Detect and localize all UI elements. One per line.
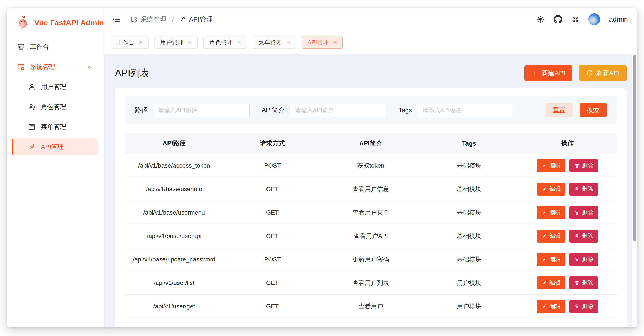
cell-actions: 编辑 删除: [518, 300, 616, 313]
trash-icon: [574, 280, 580, 286]
reset-button[interactable]: 重置: [546, 103, 572, 117]
sidebar-item-users[interactable]: 用户管理: [13, 78, 98, 95]
trash-icon: [574, 304, 580, 309]
edit-button[interactable]: 编辑: [537, 276, 566, 290]
page-title: API列表: [115, 67, 150, 80]
tab-label: 菜单管理: [258, 38, 282, 46]
sidebar-item-label: 菜单管理: [41, 123, 66, 131]
cell-method: GET: [224, 280, 322, 286]
tab-label: API管理: [308, 38, 329, 46]
edit-button[interactable]: 编辑: [537, 253, 566, 266]
breadcrumb-label: API管理: [189, 15, 212, 24]
button-label: 删除: [582, 232, 593, 240]
cell-summary: 更新用户密码: [322, 255, 420, 264]
delete-button[interactable]: 删除: [569, 206, 598, 219]
cell-method: GET: [224, 209, 322, 216]
tab-menus[interactable]: 菜单管理 ×: [252, 36, 296, 49]
github-icon: [554, 15, 562, 24]
chick-mascot-icon: [16, 16, 30, 29]
username[interactable]: admin: [609, 15, 628, 23]
close-icon[interactable]: ×: [333, 39, 337, 46]
github-button[interactable]: [554, 15, 562, 24]
refresh-icon: [586, 70, 593, 76]
path-input[interactable]: [153, 103, 250, 117]
tab-roles[interactable]: 角色管理 ×: [203, 36, 247, 49]
avatar[interactable]: [588, 13, 600, 25]
table-row: /api/v1/base/update_password POST 更新用户密码…: [125, 248, 616, 271]
tab-users[interactable]: 用户管理 ×: [154, 36, 198, 49]
delete-button[interactable]: 删除: [569, 253, 598, 266]
button-label: 删除: [582, 185, 593, 193]
page-actions: 新建API 刷新API: [524, 65, 626, 81]
summary-label: API简介: [262, 106, 284, 115]
pencil-icon: [542, 186, 547, 192]
column-actions: 操作: [518, 139, 616, 148]
person-icon: [28, 83, 36, 91]
tags-input[interactable]: [418, 103, 514, 117]
button-label: 新建API: [542, 69, 565, 78]
filter-path: 路径: [135, 103, 250, 117]
content-area: API列表 新建API 刷新API: [104, 54, 638, 327]
search-button[interactable]: 搜索: [580, 103, 606, 117]
sidebar-menu: 工作台 系统管理 用户管理: [6, 37, 104, 157]
sidebar-item-roles[interactable]: 角色管理: [13, 98, 98, 115]
cell-method: GET: [224, 303, 322, 310]
cell-actions: 编辑 删除: [518, 276, 616, 290]
collapse-sidebar-button[interactable]: [112, 15, 121, 24]
sidebar-item-api[interactable]: API管理: [13, 139, 98, 156]
breadcrumb-system[interactable]: 系统管理: [131, 15, 166, 24]
delete-button[interactable]: 删除: [569, 159, 598, 172]
close-icon[interactable]: ×: [237, 39, 241, 46]
tab-workbench[interactable]: 工作台 ×: [111, 36, 149, 49]
button-label: 删除: [582, 256, 593, 263]
cell-path: /api/v1/base/userinfo: [125, 186, 224, 192]
summary-input[interactable]: [290, 103, 386, 117]
fullscreen-button[interactable]: [571, 15, 580, 24]
plus-icon: [532, 70, 538, 76]
table-row: /api/v1/base/userinfo GET 查看用户信息 基础模块 编辑…: [125, 177, 616, 201]
scrollbar-thumb[interactable]: [633, 55, 636, 241]
cell-tags: 用户模块: [420, 302, 518, 311]
edit-button[interactable]: 编辑: [537, 206, 566, 219]
cell-actions: 编辑 删除: [518, 159, 616, 172]
pencil-icon: [542, 280, 547, 286]
logo[interactable]: Vue FastAPI Admin: [6, 8, 104, 29]
cell-tags: 基础模块: [420, 255, 518, 264]
refresh-api-button[interactable]: 刷新API: [579, 65, 626, 81]
column-method: 请求方式: [224, 139, 322, 148]
create-api-button[interactable]: 新建API: [524, 65, 572, 81]
edit-button[interactable]: 编辑: [537, 300, 566, 313]
close-icon[interactable]: ×: [286, 39, 290, 46]
app-title: Vue FastAPI Admin: [34, 18, 104, 27]
tab-api[interactable]: API管理 ×: [302, 36, 343, 49]
filter-bar: 路径 API简介 Tags 重置 搜索: [125, 96, 616, 124]
breadcrumb-api[interactable]: API管理: [180, 15, 212, 24]
sidebar-item-menus[interactable]: 菜单管理: [13, 118, 98, 135]
breadcrumb-label: 系统管理: [140, 15, 166, 24]
cell-tags: 基础模块: [420, 232, 518, 240]
column-summary: API简介: [322, 139, 420, 148]
delete-button[interactable]: 删除: [569, 182, 598, 196]
cell-path: /api/v1/base/usermenu: [125, 209, 224, 216]
edit-button[interactable]: 编辑: [537, 159, 566, 172]
edit-button[interactable]: 编辑: [537, 182, 566, 196]
page-header: API列表 新建API 刷新API: [115, 65, 626, 81]
trash-icon: [574, 163, 580, 168]
table-header: API路径 请求方式 API简介 Tags 操作: [125, 133, 616, 154]
path-label: 路径: [135, 106, 148, 115]
monitor-chart-icon: [17, 43, 25, 51]
edit-button[interactable]: 编辑: [537, 229, 566, 243]
sidebar-item-system[interactable]: 系统管理: [13, 58, 98, 75]
table-row: /api/v1/user/list GET 查看用户列表 用户模块 编辑 删除: [125, 271, 616, 295]
cell-summary: 查看用户信息: [322, 185, 420, 193]
close-icon[interactable]: ×: [139, 39, 143, 46]
delete-button[interactable]: 删除: [569, 229, 598, 243]
delete-button[interactable]: 删除: [569, 276, 598, 290]
sidebar-item-workbench[interactable]: 工作台: [13, 38, 98, 55]
theme-toggle-button[interactable]: [536, 15, 545, 24]
cell-path: /api/v1/base/update_password: [125, 256, 224, 263]
close-icon[interactable]: ×: [188, 39, 192, 46]
trash-icon: [574, 186, 580, 192]
trash-icon: [574, 257, 580, 262]
delete-button[interactable]: 删除: [569, 300, 598, 313]
